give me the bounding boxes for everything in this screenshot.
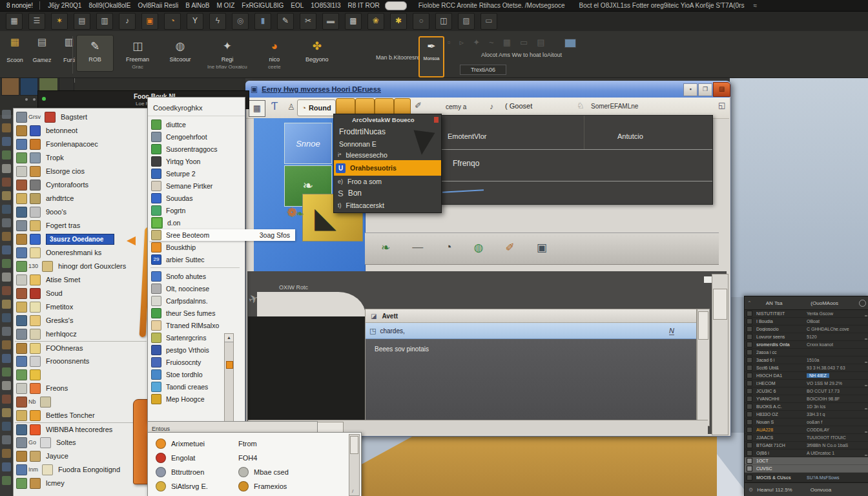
table-row[interactable]: 2asoa i cc bbox=[745, 349, 868, 356]
panel-row-empty[interactable] bbox=[439, 181, 712, 203]
table-row[interactable]: 3acad 6 i1510a bbox=[745, 356, 868, 364]
submenu-item[interactable]: Susorentraggocs bbox=[149, 143, 242, 155]
strip-icon[interactable]: ◔ bbox=[445, 241, 451, 254]
desktop-icon[interactable] bbox=[2, 354, 11, 363]
submenu-item[interactable]: Fruiosocnty bbox=[149, 356, 242, 368]
table-row[interactable]: YVANCHHIBOICIOIH 98.8F bbox=[745, 395, 868, 403]
submenu-item[interactable]: theur Ses fumes bbox=[149, 307, 242, 319]
ribbon-small-button[interactable]: ▦Scoon bbox=[4, 36, 26, 63]
left-menu-item[interactable]: Fogert tras bbox=[15, 219, 147, 232]
dialog-vscrollbar[interactable] bbox=[697, 309, 710, 426]
toolbar-right-icon[interactable]: ◱ bbox=[718, 101, 725, 110]
toolbar-icon[interactable]: ▬ bbox=[322, 13, 339, 30]
context-menu-item[interactable]: t)Fittacacerskt bbox=[334, 200, 441, 211]
toolbar-icon[interactable]: ✱ bbox=[390, 13, 407, 30]
menubar-item[interactable]: R8 IT ROR bbox=[347, 2, 379, 9]
table-row[interactable]: i:HECOMVO 1SS M 29.2% bbox=[745, 380, 868, 388]
strip-icon[interactable]: — bbox=[412, 241, 423, 254]
desktop-icon[interactable] bbox=[2, 232, 11, 241]
menubar-pill[interactable] bbox=[385, 1, 407, 10]
gear-icon[interactable]: ⚙ bbox=[749, 487, 753, 493]
desktop-icon[interactable] bbox=[2, 137, 11, 146]
left-menu-item[interactable]: Frooonsnents bbox=[15, 355, 147, 367]
window-vscrollbar[interactable] bbox=[712, 274, 728, 435]
desktop-icon[interactable] bbox=[2, 123, 11, 132]
table-row[interactable]: H9OCH DA1NH 4IEZ bbox=[745, 372, 868, 380]
desktop-icon[interactable] bbox=[2, 178, 11, 187]
left-menu-item[interactable]: InmFuodra Eongoitignd bbox=[15, 463, 147, 476]
table-row[interactable]: O(B6 iA UtDrcatoc 1 bbox=[745, 450, 868, 457]
toolbar-icon[interactable]: ▭ bbox=[480, 13, 497, 30]
desktop-icon[interactable] bbox=[2, 367, 11, 377]
left-menu-item[interactable]: Cyntorafoorts bbox=[15, 178, 147, 191]
left-menu-item[interactable]: betonneot bbox=[15, 124, 147, 137]
ribbon-big-button[interactable]: ✎ROB bbox=[76, 35, 114, 72]
submenu-item[interactable]: Snofo ahutes bbox=[149, 271, 242, 282]
toolbar-icon[interactable]: Y bbox=[187, 13, 203, 30]
table-row[interactable]: AUA228CODDILAY bbox=[745, 426, 868, 434]
menubar-item[interactable]: 8oll9(Okal8olE bbox=[88, 2, 130, 9]
desktop-icon[interactable] bbox=[2, 395, 11, 404]
window-close-button[interactable]: ▨ bbox=[713, 82, 730, 97]
bottom-panel-scrollbar[interactable]: / bbox=[349, 434, 360, 496]
table-row[interactable]: I BoudiaOBoat bbox=[745, 318, 868, 326]
left-menu-item[interactable]: Fsonlenapacoec bbox=[15, 138, 147, 150]
panel-row[interactable]: EmotentVlor Antutcio bbox=[439, 116, 712, 150]
toolbar-icon[interactable]: ☰ bbox=[28, 13, 45, 30]
cemy-button[interactable]: cemy a bbox=[446, 103, 466, 110]
left-menu-item[interactable]: Atise Smet bbox=[15, 273, 147, 286]
submenu-item[interactable]: Souudas bbox=[149, 192, 242, 204]
ribbon-big-button[interactable]: ◕nicoceete bbox=[256, 35, 293, 72]
submenu-item[interactable]: Ttraned RlMsalxo bbox=[149, 320, 242, 331]
toolbar-icon[interactable]: ○ bbox=[413, 13, 429, 30]
table-row[interactable]: sromerdis OntaCrxxx koanot bbox=[745, 341, 868, 349]
green-dot[interactable] bbox=[42, 97, 46, 101]
menubar-item[interactable]: 1O853l1I3 bbox=[311, 2, 340, 9]
toolbar-icon[interactable]: ◔ bbox=[164, 13, 181, 30]
table-row[interactable]: Scct6 Ubt&93 3 H.38.043 7 63 bbox=[745, 364, 868, 372]
submenu-item[interactable]: Sartenrgcrins bbox=[149, 332, 242, 344]
left-menu-item[interactable]: Bettles Toncher bbox=[15, 409, 147, 422]
table-row[interactable]: Nouan Soo&an f bbox=[745, 418, 868, 426]
ribbon-big-button[interactable]: ✦RegiIne bflav Ooxaicu bbox=[204, 35, 251, 72]
ribbon-big-button[interactable]: ◫FreemanGrac bbox=[119, 35, 156, 72]
table-row[interactable]: DogiosocioC GHHDALChe.cove bbox=[745, 326, 868, 333]
bottom-panel-item[interactable]: FOH4 bbox=[238, 452, 257, 464]
tile-snnoe[interactable]: Snnoe bbox=[284, 123, 332, 164]
toolbar-icon[interactable]: ▮ bbox=[254, 13, 271, 30]
window-titlebar[interactable]: ▣ Eerny Hwg mvorses Hoori DEruess bbox=[245, 81, 730, 98]
ribbon-right-tab[interactable]: TrextiA06 bbox=[460, 65, 506, 75]
bottom-panel-item[interactable]: Ftrom bbox=[238, 438, 257, 450]
left-menu-item[interactable]: WlBNBA htecoredres bbox=[15, 422, 147, 436]
toolbar-icon[interactable]: ▣ bbox=[141, 13, 158, 30]
left-menu-item[interactable]: GoSoltes bbox=[15, 436, 147, 449]
table-row[interactable]: H833O OZ33H.3 t q bbox=[745, 411, 868, 418]
left-menu-item[interactable]: Nb bbox=[15, 395, 147, 408]
menubar-item[interactable]: M OIZ bbox=[217, 2, 235, 9]
left-menu-item[interactable]: 130hinogr dort Gouxclers bbox=[15, 260, 147, 273]
submenu-item[interactable]: Carfpsdalnns. bbox=[149, 295, 242, 307]
left-menu-item[interactable]: GrsvBagstert bbox=[15, 110, 147, 123]
left-menu-item[interactable]: Fmetitox bbox=[15, 300, 147, 313]
desktop-icon[interactable] bbox=[2, 381, 11, 390]
left-menu-item[interactable]: Gresks's bbox=[15, 314, 147, 327]
window-minimize-button[interactable]: ▪ bbox=[683, 83, 698, 96]
toolbar-icon[interactable]: ❀ bbox=[367, 13, 384, 30]
thumbnail-1[interactable] bbox=[1, 76, 19, 96]
desktop-icon[interactable] bbox=[2, 408, 11, 417]
submenu-item[interactable]: diuttce bbox=[149, 119, 242, 130]
desktop-icon[interactable] bbox=[2, 150, 11, 160]
submenu-item[interactable]: Taondi creaes bbox=[149, 381, 242, 393]
dialog-body[interactable]: Beees sov pinotais bbox=[366, 339, 696, 426]
menubar-item[interactable]: J6jy 2R0Q1 bbox=[48, 2, 81, 9]
ribbon-big-button[interactable]: ◍Sitcoour bbox=[161, 35, 199, 72]
strip-icon[interactable]: ❧ bbox=[381, 241, 390, 254]
submenu-item[interactable]: Sree Beoteom3oag Sfos bbox=[149, 229, 295, 241]
toolbar-icon[interactable]: ▨ bbox=[458, 13, 475, 30]
table-row[interactable]: CUVSC bbox=[745, 465, 868, 473]
left-menu-item[interactable]: Tropk bbox=[15, 151, 147, 164]
caret-icon[interactable]: ⌃ bbox=[747, 300, 752, 306]
submenu-item[interactable]: Cengoehrfoot bbox=[149, 131, 242, 143]
left-menu-item[interactable]: 9ooo's bbox=[15, 205, 147, 218]
toolbar-icon[interactable]: ◫ bbox=[435, 13, 452, 30]
